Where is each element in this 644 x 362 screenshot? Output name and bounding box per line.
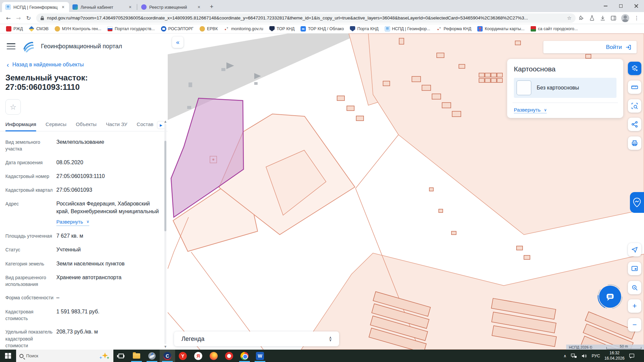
- map-search-button[interactable]: [628, 281, 641, 294]
- zoom-in-button[interactable]: +: [628, 299, 641, 313]
- forward-button[interactable]: →: [13, 15, 23, 21]
- chrome-button[interactable]: [237, 350, 252, 362]
- notifications-icon[interactable]: [629, 353, 635, 359]
- share-button[interactable]: [628, 118, 641, 131]
- yandex-button[interactable]: Я: [191, 350, 206, 362]
- basemap-thumbnail: [517, 80, 531, 95]
- legend-bar[interactable]: Легенда ∧∨: [174, 331, 339, 346]
- bookmark-gosuslugi[interactable]: Портал государств...: [105, 25, 157, 33]
- search-placeholder: Поиск: [26, 353, 96, 358]
- scroll-down-icon[interactable]: ▼: [164, 345, 167, 348]
- language-indicator[interactable]: РУС: [592, 354, 600, 358]
- profile-avatar[interactable]: [621, 14, 629, 22]
- basemap-title: Картооснова: [514, 65, 616, 73]
- pin-map-logo-icon: [632, 197, 642, 208]
- parcel-title: Земельный участок: 27:05:0601093:1110: [0, 68, 168, 92]
- back-to-results-link[interactable]: ‹ Назад в найденные объекты: [0, 54, 168, 68]
- tab-informaciya[interactable]: Информация: [5, 121, 36, 131]
- word-button[interactable]: W: [252, 350, 268, 362]
- field-row: Вид земельного участка Землепользование: [5, 138, 159, 153]
- panel-header: Геоинформационный портал: [0, 34, 168, 54]
- reestr-favicon: [141, 4, 147, 10]
- login-bar[interactable]: Войти: [543, 41, 637, 53]
- favorite-button[interactable]: ☆: [5, 99, 21, 115]
- bookmark-roseltorg[interactable]: РОСЭЛТОРГ: [158, 25, 196, 33]
- volume-icon[interactable]: [581, 353, 587, 359]
- yandex-browser-button[interactable]: Y: [175, 350, 191, 362]
- tray-expand-icon[interactable]: ∧: [564, 354, 567, 358]
- field-row-address: Адрес Российская Федерация, Хабаровский …: [5, 200, 159, 226]
- measure-button[interactable]: [628, 80, 641, 94]
- bookmark-mun-kontrol[interactable]: МУН Контроль ген...: [52, 25, 104, 33]
- basemap-option-none[interactable]: Без картоосновы: [514, 78, 616, 98]
- nspd-favicon: [385, 26, 390, 32]
- firefox-button[interactable]: [206, 350, 221, 362]
- overview-map-button[interactable]: [628, 262, 641, 275]
- maximize-button[interactable]: [613, 0, 629, 12]
- minimize-button[interactable]: [598, 0, 613, 12]
- side-panel-icon[interactable]: [610, 15, 616, 21]
- bookmark-sayt-gorodskogo[interactable]: са сайт городского...: [528, 25, 581, 33]
- bookmark-monitoring[interactable]: monitoring.gov.ru: [221, 25, 266, 33]
- tab-sostav[interactable]: Состав: [137, 121, 154, 131]
- bookmark-rzd[interactable]: РЖД: [3, 25, 25, 33]
- copilot-sparkles-icon[interactable]: [99, 352, 110, 360]
- tab-lichny-kabinet[interactable]: Личный кабинет ×: [69, 2, 136, 12]
- bookmark-koordinaty[interactable]: Координаты карты...: [475, 25, 527, 33]
- tab-servisy[interactable]: Сервисы: [46, 121, 66, 131]
- back-button[interactable]: ←: [3, 15, 13, 21]
- tab-close-icon[interactable]: ×: [196, 4, 202, 10]
- extensions-icon[interactable]: [578, 15, 584, 21]
- bookmark-tor-knd[interactable]: ТОР КНД: [267, 25, 297, 33]
- scroll-up-icon[interactable]: ▲: [164, 120, 167, 123]
- yandex-icon: Я: [194, 352, 202, 360]
- layers-off-button[interactable]: [628, 62, 641, 75]
- bookmark-nspd[interactable]: НСПД | Геоинфор...: [382, 25, 433, 33]
- login-label[interactable]: Войти: [606, 44, 622, 51]
- legend-collapse-icon[interactable]: ∧∨: [329, 337, 332, 341]
- bookmark-porta-knd[interactable]: Порта КНД: [347, 25, 381, 33]
- task-view-icon: [118, 354, 124, 358]
- tab-title: Личный кабинет: [80, 5, 125, 10]
- satellite-icon: [148, 352, 156, 360]
- beaker-icon[interactable]: [589, 15, 595, 21]
- map-container[interactable]: « Войти Картооснова Без картоосновы Разв…: [168, 34, 644, 350]
- bookmark-reforma-knd[interactable]: Реформа КНД: [434, 25, 474, 33]
- browser-menu-icon[interactable]: ⋮: [634, 15, 639, 21]
- portal-brand-title: Геоинформационный портал: [41, 43, 122, 50]
- shield-favicon: [350, 26, 355, 32]
- expand-address-link[interactable]: Развернуть ∨: [56, 218, 89, 226]
- close-icon: [634, 4, 638, 8]
- assistant-tab[interactable]: [630, 192, 644, 213]
- address-bar[interactable]: nspd.gov.ru/map?zoom=17.436497052936005&…: [36, 13, 576, 23]
- tab-reestr[interactable]: Реестр извещений ×: [138, 2, 205, 12]
- opera-button[interactable]: [221, 350, 237, 362]
- bookmark-star-icon[interactable]: ☆: [567, 15, 572, 21]
- collapse-panel-button[interactable]: «: [172, 37, 183, 48]
- bookmark-tor-knd-oblako[interactable]: ТОР КНД / Облако: [298, 25, 346, 33]
- tab-close-icon[interactable]: ×: [127, 4, 133, 10]
- bookmark-ervk[interactable]: ЕРВК: [197, 25, 220, 33]
- new-tab-button[interactable]: +: [207, 2, 216, 11]
- scrollbar-thumb[interactable]: [164, 141, 166, 231]
- menu-hamburger-icon[interactable]: [7, 43, 15, 49]
- cloud-favicon: [301, 26, 306, 32]
- network-icon[interactable]: [571, 353, 577, 359]
- tab-nspd[interactable]: НСПД | Геоинформационный п ×: [2, 2, 69, 12]
- tab-close-icon[interactable]: ×: [60, 4, 66, 10]
- print-button[interactable]: [628, 136, 641, 150]
- tab-chasti-zu[interactable]: Части ЗУ: [106, 121, 127, 131]
- tray-clock[interactable]: 16:32 16.04.2026: [604, 351, 625, 361]
- bookmarks-bar: РЖД СМЭВ МУН Контроль ген... Портал госу…: [0, 24, 644, 34]
- download-icon[interactable]: [600, 15, 606, 21]
- close-button[interactable]: [629, 0, 644, 12]
- zoom-out-button[interactable]: −: [628, 318, 641, 331]
- geolocation-button[interactable]: [628, 243, 641, 256]
- bookmark-smev[interactable]: СМЭВ: [26, 25, 51, 33]
- tab-obekty[interactable]: Объекты: [76, 121, 97, 131]
- chat-assistant-button[interactable]: [599, 286, 621, 308]
- reload-button[interactable]: ↻: [23, 15, 34, 21]
- select-area-button[interactable]: [628, 99, 641, 113]
- panel-scrollbar[interactable]: ▲ ▼: [164, 120, 167, 348]
- basemap-expand-link[interactable]: Развернуть ∨: [514, 107, 547, 113]
